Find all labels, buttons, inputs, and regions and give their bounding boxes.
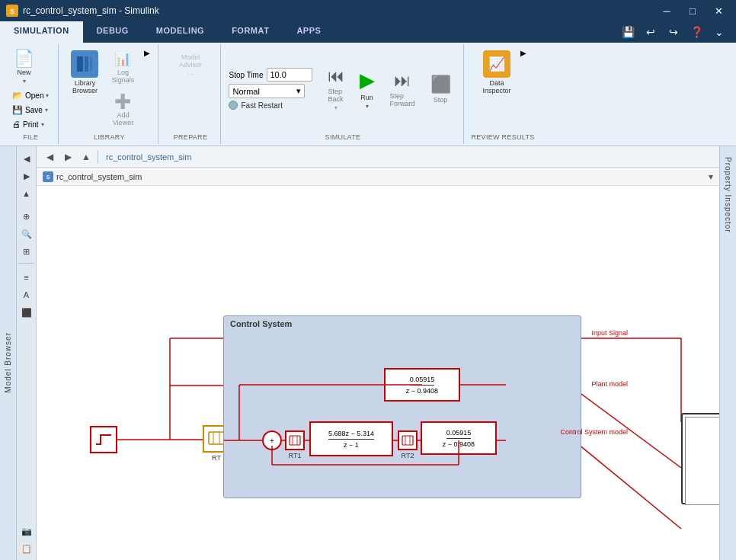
log-signals-icon: 📊 [114, 50, 131, 67]
svg-rect-47 [686, 418, 719, 503]
toolbar-sep-1 [98, 150, 98, 164]
library-browser-button[interactable]: LibraryBrowser [66, 47, 103, 98]
tf-controller-block[interactable]: 5.688z − 5.314 z − 1 [309, 421, 393, 456]
property-inspector-label[interactable]: Property Inspector [721, 149, 735, 241]
scope-display [685, 417, 719, 505]
print-button[interactable]: 🖨 Print ▾ [9, 118, 47, 130]
prepare-group-content: ModelAdvisor... [173, 47, 208, 130]
rt2-block[interactable] [398, 430, 418, 450]
add-viewer-label: AddViewer [113, 111, 133, 126]
data-inspector-button[interactable]: 📈 DataInspector [478, 47, 516, 98]
stop-label: Stop [434, 96, 448, 104]
canvas-area: ◀ ▶ ▲ rc_control_system_sim S rc_control… [37, 146, 719, 560]
scope-block[interactable] [681, 413, 719, 504]
tf-cs-model-numerator: 0.05915 [446, 429, 472, 439]
back-button[interactable]: ◀ [19, 151, 34, 166]
control-system-subsystem[interactable]: Control System + RT1 5.688z − 5.314 z − … [223, 315, 581, 498]
tab-modeling[interactable]: MODELING [142, 21, 218, 43]
ribbon: SIMULATION DEBUG MODELING FORMAT APPS 💾 … [0, 21, 736, 146]
maximize-button[interactable]: □ [681, 3, 704, 18]
new-button[interactable]: 📄 New ▾ [9, 47, 39, 88]
sum-junction[interactable]: + [262, 430, 282, 450]
fast-restart-led [229, 101, 238, 110]
help-icon-btn[interactable]: ❓ [686, 21, 707, 43]
svg-rect-3 [85, 56, 88, 72]
ribbon-group-file: 📄 New ▾ 📂 Open ▾ 💾 Save ▾ 🖨 [3, 44, 59, 144]
save-arrow: ▾ [45, 107, 48, 114]
model-canvas[interactable]: RT Control System + RT1 5.688z − 5.314 z… [37, 186, 719, 560]
stop-time-label: Stop Time [229, 71, 263, 79]
expand-icon-btn[interactable]: ⌄ [709, 21, 730, 43]
open-arrow: ▾ [46, 92, 49, 99]
ribbon-group-review: 📈 DataInspector ▶ REVIEW RESULTS [466, 44, 541, 144]
log-signals-button[interactable]: 📊 LogSignals [106, 47, 139, 87]
tf-plant-upper-denominator: z − 0.9408 [406, 387, 438, 395]
print-label: Print [23, 120, 39, 129]
svg-rect-25 [209, 432, 224, 444]
text-button[interactable]: A [19, 287, 34, 302]
toolbar-back-btn[interactable]: ◀ [41, 149, 58, 165]
redo-icon-btn[interactable]: ↪ [663, 21, 684, 43]
tab-format[interactable]: FORMAT [218, 21, 283, 43]
window-title: rc_control_system_sim - Simulink [23, 5, 159, 16]
step-forward-button[interactable]: ⏭ StepForward [384, 68, 421, 110]
zoom-in-button[interactable]: 🔍 [19, 226, 34, 242]
ribbon-group-prepare: ModelAdvisor... PREPARE [160, 44, 221, 144]
rt1-label: RT1 [285, 452, 305, 459]
minimize-button[interactable]: ─ [655, 3, 678, 18]
app-title: S rc_control_system_sim - Simulink [6, 5, 159, 17]
camera-button[interactable]: 📷 [19, 523, 34, 539]
forward-button[interactable]: ▶ [19, 168, 34, 184]
save-icon-btn[interactable]: 💾 [617, 21, 638, 43]
zoom-out-button[interactable]: ⊞ [19, 244, 34, 259]
address-expand-btn[interactable]: ▾ [709, 171, 713, 182]
zoom-fit-button[interactable]: ⊕ [19, 209, 34, 224]
property-inspector-panel: Property Inspector [719, 146, 736, 560]
canvas-toolbar: ◀ ▶ ▲ rc_control_system_sim [37, 146, 719, 168]
open-label: Open [25, 91, 43, 100]
breadcrumb-item-model[interactable]: rc_control_system_sim [106, 152, 191, 162]
tab-apps[interactable]: APPS [283, 21, 334, 43]
control-system-model-label: Control System model [560, 428, 628, 436]
svg-rect-28 [290, 436, 300, 445]
step-back-button[interactable]: ⏮ StepBack ▾ [322, 63, 350, 114]
align-button[interactable]: ≡ [19, 270, 34, 285]
open-button[interactable]: 📂 Open ▾ [9, 89, 52, 102]
subsystem-title: Control System [224, 316, 581, 331]
new-label: New [17, 69, 30, 76]
up-button[interactable]: ▲ [19, 186, 34, 201]
image-button[interactable]: ⬛ [19, 305, 34, 320]
review-group-label: REVIEW RESULTS [472, 130, 535, 141]
stop-time-input[interactable] [267, 68, 312, 82]
tab-simulation[interactable]: SIMULATION [0, 21, 83, 43]
toolbar-forward-btn[interactable]: ▶ [59, 149, 76, 165]
model-browser-label[interactable]: Model Browser [1, 325, 15, 401]
stop-time-row: Stop Time [229, 68, 312, 82]
library-expand-button[interactable]: ▶ [142, 47, 152, 59]
model-browser-panel: Model Browser [0, 146, 17, 560]
add-viewer-icon: ➕ [114, 93, 131, 110]
simulate-group-label: SIMULATE [325, 130, 361, 141]
tab-debug[interactable]: DEBUG [83, 21, 142, 43]
undo-icon-btn[interactable]: ↩ [640, 21, 661, 43]
layers-button[interactable]: 📋 [19, 541, 34, 556]
ribbon-group-simulate: Stop Time Normal ▾ Fast Restart [222, 44, 463, 144]
toolbar-up-btn[interactable]: ▲ [78, 149, 94, 165]
review-group-content: 📈 DataInspector ▶ [478, 47, 528, 130]
sim-mode-arrow: ▾ [296, 86, 301, 96]
tf-cs-model-block[interactable]: 0.05915 z − 0.9408 [421, 421, 497, 455]
new-icon: 📄 [14, 50, 34, 67]
plant-model-label: Plant model [591, 380, 628, 388]
run-button[interactable]: ▶ Run ▾ [354, 66, 381, 113]
simulation-mode-select[interactable]: Normal ▾ [229, 84, 305, 98]
step-block[interactable] [90, 426, 117, 453]
review-expand-button[interactable]: ▶ [519, 47, 528, 59]
rt1-block[interactable] [285, 430, 305, 450]
close-button[interactable]: ✕ [707, 3, 730, 18]
tf-plant-upper-block[interactable]: 0.05915 z − 0.9408 [384, 368, 460, 402]
save-button[interactable]: 💾 Save ▾ [9, 104, 51, 117]
svg-rect-4 [90, 56, 92, 72]
address-path: rc_control_system_sim [56, 172, 142, 181]
add-viewer-button[interactable]: ➕ AddViewer [106, 90, 139, 130]
stop-button[interactable]: ⬛ Stop [424, 72, 457, 107]
